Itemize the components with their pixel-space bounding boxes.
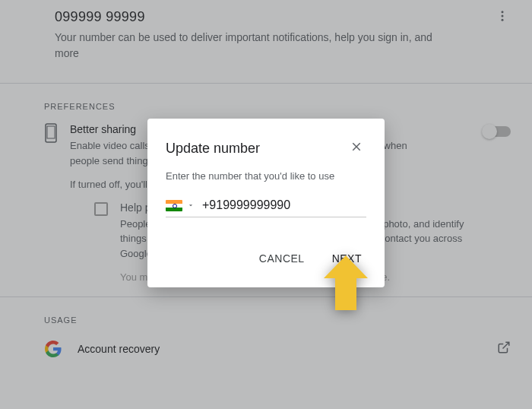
close-icon[interactable] bbox=[347, 137, 366, 160]
dialog-scrim: Update number Enter the number that you'… bbox=[0, 0, 532, 409]
next-button[interactable]: NEXT bbox=[328, 248, 366, 269]
update-number-dialog: Update number Enter the number that you'… bbox=[147, 119, 385, 287]
dialog-title: Update number bbox=[166, 141, 260, 157]
chevron-down-icon bbox=[187, 198, 195, 212]
cancel-button[interactable]: CANCEL bbox=[255, 248, 309, 269]
india-flag-icon bbox=[166, 200, 182, 211]
country-selector[interactable] bbox=[166, 198, 195, 212]
phone-input[interactable] bbox=[202, 198, 366, 212]
dialog-subtitle: Enter the number that you'd like to use bbox=[166, 170, 366, 182]
